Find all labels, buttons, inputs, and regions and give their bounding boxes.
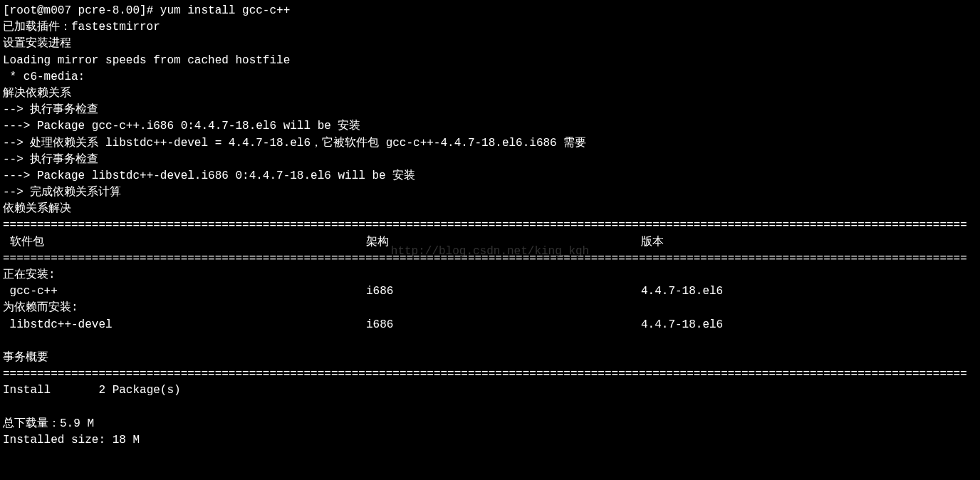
separator-line: ========================================… xyxy=(3,366,977,382)
package-arch: i686 xyxy=(366,317,641,333)
installing-label: 正在安装: xyxy=(3,267,977,283)
package-name: libstdc++-devel xyxy=(3,317,366,333)
separator-line: ========================================… xyxy=(3,251,977,267)
output-line: 解决依赖关系 xyxy=(3,85,977,102)
separator-line: ========================================… xyxy=(3,217,977,234)
dep-installing-label: 为依赖而安装: xyxy=(3,300,977,316)
output-line: --> 执行事务检查 xyxy=(3,102,977,118)
terminal-prompt-line: [root@m007 pcre-8.00]# yum install gcc-c… xyxy=(3,3,977,19)
output-line: Loading mirror speeds from cached hostfi… xyxy=(3,53,977,69)
output-line: 依赖关系解决 xyxy=(3,201,977,217)
package-arch: i686 xyxy=(366,283,641,300)
output-line: --> 完成依赖关系计算 xyxy=(3,184,977,201)
blank-line xyxy=(3,400,977,416)
package-row: libstdc++-devel i686 4.4.7-18.el6 xyxy=(3,317,977,333)
output-line: * c6-media: xyxy=(3,69,977,85)
header-arch: 架构 xyxy=(366,234,641,251)
output-line: --> 处理依赖关系 libstdc++-devel = 4.4.7-18.el… xyxy=(3,135,977,152)
shell-command[interactable]: yum install gcc-c++ xyxy=(160,4,290,17)
summary-title: 事务概要 xyxy=(3,350,977,366)
download-size: 总下载量：5.9 M xyxy=(3,416,977,432)
output-line: ---> Package gcc-c++.i686 0:4.4.7-18.el6… xyxy=(3,118,977,135)
package-name: gcc-c++ xyxy=(3,283,366,300)
output-line: ---> Package libstdc++-devel.i686 0:4.4.… xyxy=(3,168,977,184)
output-line: 设置安装进程 xyxy=(3,36,977,52)
shell-prompt: [root@m007 pcre-8.00]# xyxy=(3,4,160,17)
header-version: 版本 xyxy=(641,234,977,251)
install-count: Install 2 Package(s) xyxy=(3,382,977,399)
installed-size: Installed size: 18 M xyxy=(3,432,977,449)
header-package: 软件包 xyxy=(3,234,366,251)
blank-line xyxy=(3,333,977,350)
package-row: gcc-c++ i686 4.4.7-18.el6 xyxy=(3,283,977,300)
package-version: 4.4.7-18.el6 xyxy=(641,317,977,333)
table-header-row: 软件包 架构 版本 xyxy=(3,234,977,251)
output-line: --> 执行事务检查 xyxy=(3,152,977,168)
output-line: 已加载插件：fastestmirror xyxy=(3,19,977,36)
package-version: 4.4.7-18.el6 xyxy=(641,283,977,300)
